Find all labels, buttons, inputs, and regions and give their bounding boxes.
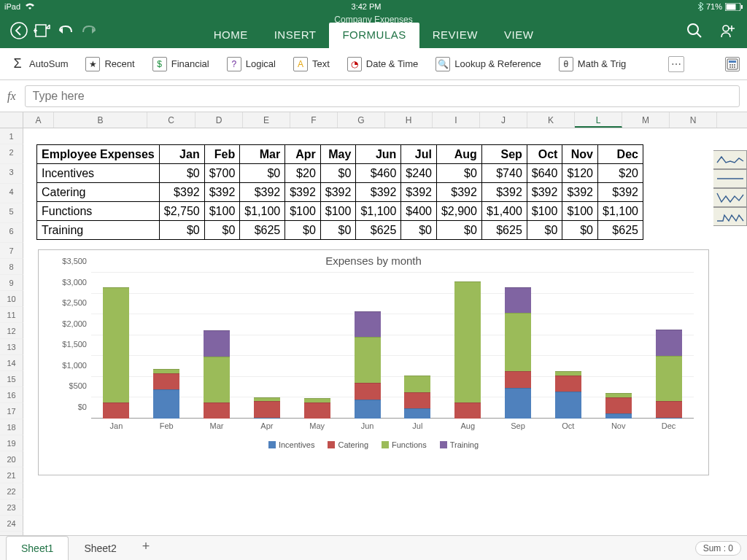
add-sheet-button[interactable]: + bbox=[132, 533, 160, 560]
bar-group-may[interactable] bbox=[292, 273, 342, 419]
table-cell[interactable]: $392 bbox=[285, 183, 321, 202]
table-cell[interactable]: $400 bbox=[401, 202, 437, 221]
sheet-tab-sheet2[interactable]: Sheet2 bbox=[69, 536, 131, 560]
row-header-17[interactable]: 17 bbox=[0, 403, 23, 419]
col-header-A[interactable]: A bbox=[23, 112, 54, 128]
table-cell[interactable]: $0 bbox=[240, 164, 285, 183]
table-cell[interactable]: $392 bbox=[527, 183, 562, 202]
ribbon-lookup-reference[interactable]: 🔍Lookup & Reference bbox=[433, 55, 544, 73]
sum-indicator[interactable]: Sum : 0 bbox=[695, 541, 741, 556]
table-cell[interactable]: $392 bbox=[436, 183, 481, 202]
bar-group-apr[interactable] bbox=[241, 273, 292, 419]
bar-group-aug[interactable] bbox=[443, 273, 493, 419]
table-header[interactable]: Dec bbox=[598, 145, 643, 164]
row-header-1[interactable]: 1 bbox=[0, 128, 23, 144]
table-cell[interactable]: $625 bbox=[598, 221, 643, 240]
bar-group-dec[interactable] bbox=[643, 273, 694, 419]
tab-formulas[interactable]: FORMULAS bbox=[329, 23, 419, 48]
bar-group-feb[interactable] bbox=[142, 273, 192, 419]
table-cell[interactable]: $1,400 bbox=[481, 202, 527, 221]
table-cell[interactable]: $0 bbox=[320, 221, 356, 240]
bar-group-nov[interactable] bbox=[593, 273, 643, 419]
expenses-table[interactable]: Employee ExpensesJanFebMarAprMayJunJulAu… bbox=[36, 144, 643, 240]
bar-group-jun[interactable] bbox=[342, 273, 392, 419]
col-header-E[interactable]: E bbox=[243, 112, 290, 128]
table-header[interactable]: Employee Expenses bbox=[37, 145, 160, 164]
ribbon-logical[interactable]: ?Logical bbox=[224, 55, 279, 73]
table-cell[interactable]: $392 bbox=[401, 183, 437, 202]
row-header-14[interactable]: 14 bbox=[0, 355, 23, 371]
row-header-3[interactable]: 3 bbox=[0, 164, 23, 184]
row-header-16[interactable]: 16 bbox=[0, 387, 23, 403]
table-row-label[interactable]: Catering bbox=[37, 183, 160, 202]
table-cell[interactable]: $392 bbox=[356, 183, 401, 202]
table-cell[interactable]: $0 bbox=[436, 164, 481, 183]
table-cell[interactable]: $100 bbox=[562, 202, 598, 221]
row-header-9[interactable]: 9 bbox=[0, 275, 23, 291]
table-cell[interactable]: $392 bbox=[240, 183, 285, 202]
table-cell[interactable]: $120 bbox=[562, 164, 598, 183]
col-header-K[interactable]: K bbox=[527, 112, 575, 128]
table-cell[interactable]: $2,750 bbox=[159, 202, 204, 221]
row-header-5[interactable]: 5 bbox=[0, 203, 23, 223]
col-header-B[interactable]: B bbox=[54, 112, 147, 128]
table-cell[interactable]: $700 bbox=[204, 164, 240, 183]
col-header-C[interactable]: C bbox=[147, 112, 196, 128]
table-cell[interactable]: $460 bbox=[356, 164, 401, 183]
bar-group-jan[interactable] bbox=[91, 273, 142, 419]
table-cell[interactable]: $240 bbox=[401, 164, 437, 183]
row-header-8[interactable]: 8 bbox=[0, 259, 23, 275]
ribbon-recent[interactable]: ★Recent bbox=[82, 55, 137, 73]
ribbon-more-button[interactable]: ⋯ bbox=[668, 56, 684, 72]
table-cell[interactable]: $392 bbox=[159, 183, 204, 202]
row-header-7[interactable]: 7 bbox=[0, 243, 23, 259]
bar-group-sep[interactable] bbox=[493, 273, 543, 419]
tab-review[interactable]: REVIEW bbox=[419, 23, 491, 48]
row-header-11[interactable]: 11 bbox=[0, 307, 23, 323]
table-cell[interactable]: $0 bbox=[436, 221, 481, 240]
tab-view[interactable]: VIEW bbox=[491, 23, 546, 48]
row-header-21[interactable]: 21 bbox=[0, 467, 23, 483]
col-header-F[interactable]: F bbox=[290, 112, 338, 128]
row-header-20[interactable]: 20 bbox=[0, 451, 23, 467]
ribbon-autosum[interactable]: ΣAutoSum bbox=[7, 55, 71, 73]
table-cell[interactable]: $640 bbox=[527, 164, 562, 183]
table-cell[interactable]: $20 bbox=[598, 164, 643, 183]
col-header-G[interactable]: G bbox=[338, 112, 385, 128]
calculator-icon[interactable] bbox=[725, 57, 740, 71]
table-cell[interactable]: $625 bbox=[240, 221, 285, 240]
table-header[interactable]: Jun bbox=[356, 145, 401, 164]
table-row-label[interactable]: Training bbox=[37, 221, 160, 240]
expenses-chart[interactable]: Expenses by month $0$500$1,000$1,500$2,0… bbox=[38, 249, 709, 475]
col-header-D[interactable]: D bbox=[196, 112, 243, 128]
formula-input[interactable] bbox=[25, 85, 740, 107]
table-cell[interactable]: $2,900 bbox=[436, 202, 481, 221]
table-header[interactable]: Mar bbox=[240, 145, 285, 164]
row-header-22[interactable]: 22 bbox=[0, 483, 23, 499]
row-header-12[interactable]: 12 bbox=[0, 323, 23, 339]
tab-home[interactable]: HOME bbox=[201, 23, 261, 48]
table-cell[interactable]: $392 bbox=[598, 183, 643, 202]
table-header[interactable]: Jan bbox=[159, 145, 204, 164]
col-header-J[interactable]: J bbox=[480, 112, 527, 128]
table-header[interactable]: Aug bbox=[436, 145, 481, 164]
table-cell[interactable]: $1,100 bbox=[356, 202, 401, 221]
select-all-corner[interactable] bbox=[0, 112, 23, 128]
col-header-L[interactable]: L bbox=[575, 112, 622, 128]
table-cell[interactable]: $625 bbox=[481, 221, 527, 240]
table-cell[interactable]: $392 bbox=[562, 183, 598, 202]
row-header-15[interactable]: 15 bbox=[0, 371, 23, 387]
spreadsheet[interactable]: ABCDEFGHIJKLMN 1234567891011121314151617… bbox=[0, 112, 747, 542]
table-cell[interactable]: $20 bbox=[285, 164, 321, 183]
table-header[interactable]: Apr bbox=[285, 145, 321, 164]
table-header[interactable]: Jul bbox=[401, 145, 437, 164]
table-cell[interactable]: $1,100 bbox=[240, 202, 285, 221]
table-cell[interactable]: $0 bbox=[562, 221, 598, 240]
ribbon-text[interactable]: AText bbox=[290, 55, 333, 73]
table-row-label[interactable]: Incentives bbox=[37, 164, 160, 183]
row-header-13[interactable]: 13 bbox=[0, 339, 23, 355]
ribbon-math-trig[interactable]: θMath & Trig bbox=[556, 55, 629, 73]
ribbon-financial[interactable]: $Financial bbox=[150, 55, 212, 73]
table-cell[interactable]: $1,100 bbox=[598, 202, 643, 221]
table-cell[interactable]: $392 bbox=[320, 183, 356, 202]
